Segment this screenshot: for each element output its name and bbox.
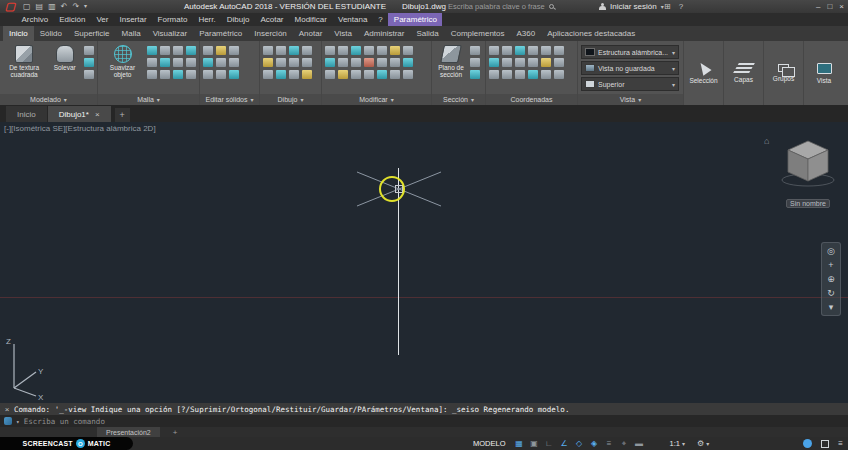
menu-ver[interactable]: Ver xyxy=(91,13,114,26)
grid-icon[interactable]: ▦ xyxy=(513,439,526,448)
ucs-tool-icon[interactable] xyxy=(554,46,564,55)
ribbon-tool-icon[interactable] xyxy=(229,46,239,55)
ucs-tool-icon[interactable] xyxy=(554,70,564,79)
ucs-tool-icon[interactable] xyxy=(541,70,551,79)
ribbon-tool-icon[interactable] xyxy=(302,46,312,55)
ribbon-tool-icon[interactable] xyxy=(403,70,413,79)
osnap-icon[interactable]: ◈ xyxy=(588,439,601,448)
menu-insertar[interactable]: Insertar xyxy=(114,13,152,26)
pan-icon[interactable]: + xyxy=(828,260,833,270)
annotation-scale-button[interactable]: 1:1 ▾ xyxy=(670,439,685,448)
ribbon-tool-icon[interactable] xyxy=(403,46,413,55)
de-textura-cuadrada-button[interactable]: De textura cuadrada xyxy=(3,43,45,78)
ribbon-tool-icon[interactable] xyxy=(203,70,213,79)
qat-dropdown-icon[interactable]: ▾ xyxy=(84,0,87,13)
ortho-icon[interactable]: ∟ xyxy=(543,439,556,448)
ribbon-tool-icon[interactable] xyxy=(351,58,361,67)
ribbon-tool-icon[interactable] xyxy=(325,46,335,55)
tab-malla[interactable]: Malla xyxy=(116,26,147,41)
solevar-button[interactable]: Solevar xyxy=(48,43,81,71)
navbar-more-icon[interactable]: ▾ xyxy=(829,302,834,312)
dynamic-input-icon[interactable]: ⌖ xyxy=(618,439,631,449)
menu-archivo[interactable]: Archivo xyxy=(16,13,54,26)
redo-icon[interactable]: ↷ xyxy=(72,0,79,13)
snap-icon[interactable]: ▣ xyxy=(528,439,541,448)
drawing-canvas[interactable]: [-][Isométrica SE][Estructura alámbrica … xyxy=(0,122,848,403)
clean-screen-icon[interactable] xyxy=(821,440,829,448)
panel-seleccion-collapsed[interactable]: Selección xyxy=(684,41,724,105)
ucs-tool-icon[interactable] xyxy=(502,70,512,79)
feedback-bubble-icon[interactable] xyxy=(803,439,812,448)
autocad-logo-icon[interactable]: ▢ xyxy=(0,0,20,13)
ucs-tool-icon[interactable] xyxy=(528,58,538,67)
ribbon-tool-icon[interactable] xyxy=(338,46,348,55)
ribbon-tool-icon[interactable] xyxy=(186,46,196,55)
menu-herramientas[interactable]: Herr. xyxy=(193,13,221,26)
ribbon-tool-icon[interactable] xyxy=(276,58,286,67)
help-icon[interactable]: ? xyxy=(679,2,683,11)
menu-edicion[interactable]: Edición xyxy=(54,13,91,26)
ribbon-tool-icon[interactable] xyxy=(160,58,170,67)
ribbon-tool-icon[interactable] xyxy=(351,70,361,79)
viewport-controls-label[interactable]: [-][Isométrica SE][Estructura alámbrica … xyxy=(4,124,156,133)
panel-label-coordenadas[interactable]: Coordenadas xyxy=(486,94,577,105)
plano-de-seccion-button[interactable]: Plano de sección xyxy=(435,43,467,78)
recent-commands-icon[interactable]: ▾ xyxy=(16,418,20,425)
ribbon-tool-icon[interactable] xyxy=(147,70,157,79)
ucs-tool-icon[interactable] xyxy=(502,58,512,67)
ribbon-tool-icon[interactable] xyxy=(160,46,170,55)
new-file-icon[interactable]: ▢ xyxy=(23,0,31,13)
tab-aplicaciones-destacadas[interactable]: Aplicaciones destacadas xyxy=(541,26,641,41)
ribbon-tool-icon[interactable] xyxy=(84,70,94,79)
ribbon-tool-icon[interactable] xyxy=(338,58,348,67)
viewcube-home-icon[interactable]: ⌂ xyxy=(764,136,769,146)
exchange-apps-icon[interactable]: ⊞ xyxy=(664,2,671,11)
ucs-tool-icon[interactable] xyxy=(502,46,512,55)
otrack-icon[interactable]: ≡ xyxy=(603,439,616,448)
ribbon-tool-icon[interactable] xyxy=(325,58,335,67)
ribbon-tool-icon[interactable] xyxy=(147,58,157,67)
ribbon-tool-icon[interactable] xyxy=(186,58,196,67)
ucs-tool-icon[interactable] xyxy=(528,46,538,55)
tab-vista[interactable]: Vista xyxy=(328,26,358,41)
ucs-tool-icon[interactable] xyxy=(541,46,551,55)
panel-label-modelado[interactable]: Modelado ▾ xyxy=(0,94,97,105)
ribbon-tool-icon[interactable] xyxy=(289,70,299,79)
panel-label-vista[interactable]: Vista ▾ xyxy=(578,94,683,105)
ribbon-tool-icon[interactable] xyxy=(276,70,286,79)
new-drawing-tab-button[interactable]: + xyxy=(115,108,130,122)
menu-formato[interactable]: Formato xyxy=(152,13,193,26)
ribbon-tool-icon[interactable] xyxy=(289,46,299,55)
menu-modificar[interactable]: Modificar xyxy=(289,13,332,26)
panel-grupos-collapsed[interactable]: Grupos xyxy=(764,41,804,105)
ribbon-tool-icon[interactable] xyxy=(229,70,239,79)
panel-capas-collapsed[interactable]: Capas xyxy=(724,41,764,105)
ribbon-tool-icon[interactable] xyxy=(173,58,183,67)
file-tab-inicio[interactable]: Inicio xyxy=(6,106,47,122)
file-tab-dibujo1[interactable]: Dibujo1* × xyxy=(48,106,111,122)
model-space-button[interactable]: MODELO xyxy=(468,439,511,448)
ucs-tool-icon[interactable] xyxy=(489,58,499,67)
viewcube-ucs-menu[interactable]: Sin nombre xyxy=(786,199,830,208)
navigation-wheel-icon[interactable]: ◎ xyxy=(827,246,835,256)
customization-button[interactable]: ⚙ ▾ xyxy=(697,439,709,448)
ucs-tool-icon[interactable] xyxy=(489,46,499,55)
ribbon-tool-icon[interactable] xyxy=(364,46,374,55)
ribbon-tool-icon[interactable] xyxy=(289,58,299,67)
tab-parametrico[interactable]: Paramétrico xyxy=(193,26,248,41)
zoom-icon[interactable]: ⊕ xyxy=(827,274,835,284)
ribbon-tool-icon[interactable] xyxy=(186,70,196,79)
ucs-tool-icon[interactable] xyxy=(489,70,499,79)
ribbon-tool-icon[interactable] xyxy=(173,46,183,55)
tab-visualizar[interactable]: Visualizar xyxy=(147,26,194,41)
ribbon-tool-icon[interactable] xyxy=(470,46,480,55)
panel-label-malla[interactable]: Malla ▾ xyxy=(98,94,199,105)
tab-a360[interactable]: A360 xyxy=(511,26,542,41)
ribbon-tool-icon[interactable] xyxy=(203,58,213,67)
menu-dibujo[interactable]: Dibujo xyxy=(221,13,255,26)
tab-superficie[interactable]: Superficie xyxy=(68,26,116,41)
ribbon-tool-icon[interactable] xyxy=(470,58,480,67)
ribbon-tool-icon[interactable] xyxy=(390,58,400,67)
close-tab-icon[interactable]: × xyxy=(95,110,100,119)
ribbon-tool-icon[interactable] xyxy=(390,46,400,55)
